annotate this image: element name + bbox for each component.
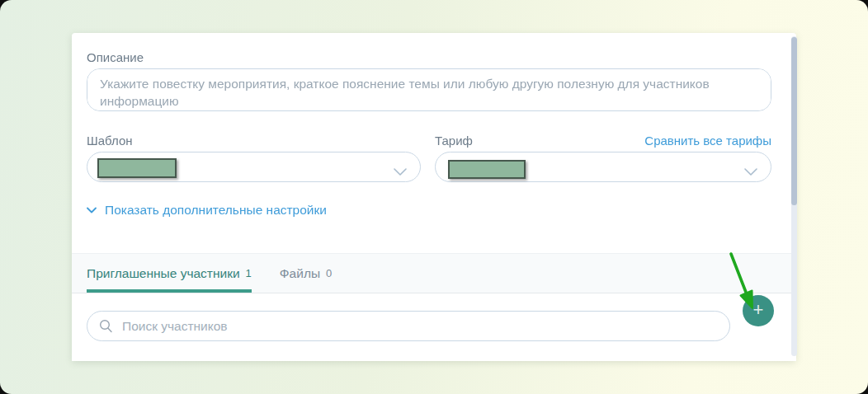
- description-textarea[interactable]: [87, 68, 771, 111]
- description-field-wrap: [87, 68, 771, 111]
- description-label: Описание: [87, 49, 771, 66]
- add-participant-button[interactable]: +: [743, 295, 774, 326]
- tariff-label: Тариф: [435, 133, 473, 149]
- scrollbar-track[interactable]: [791, 36, 797, 356]
- chevron-down-icon: [394, 164, 407, 179]
- tab-invited-participants[interactable]: Приглашенные участники 1: [87, 254, 252, 293]
- tariff-select[interactable]: [435, 152, 771, 182]
- show-advanced-settings-link[interactable]: Показать дополнительные настройки: [87, 203, 327, 218]
- participant-search-box: [87, 311, 730, 341]
- tab-label: Файлы: [280, 266, 320, 281]
- template-label: Шаблон: [87, 133, 133, 149]
- chevron-down-icon: [87, 207, 97, 213]
- tariff-column: Тариф Сравнить все тарифы: [435, 133, 771, 182]
- plus-icon: +: [753, 301, 764, 319]
- tab-label: Приглашенные участники: [87, 266, 240, 281]
- tab-count-badge: 0: [326, 267, 332, 279]
- search-icon: [99, 319, 113, 333]
- template-select[interactable]: [87, 152, 421, 182]
- event-form-card: Описание Шаблон: [72, 33, 796, 361]
- chevron-down-icon: [744, 164, 757, 179]
- redacted-tariff-value: [448, 160, 526, 179]
- tab-count-badge: 1: [246, 267, 252, 279]
- redacted-template-value: [97, 158, 177, 178]
- tab-bar: Приглашенные участники 1 Файлы 0: [72, 253, 796, 293]
- scrollbar-thumb[interactable]: [791, 37, 797, 205]
- search-participants-input[interactable]: [120, 318, 718, 335]
- event-form: Описание Шаблон: [72, 33, 796, 218]
- compare-tariffs-link[interactable]: Сравнить все тарифы: [644, 134, 771, 148]
- template-column: Шаблон: [87, 133, 421, 182]
- participants-panel: [72, 294, 796, 361]
- page-background: Описание Шаблон: [0, 0, 868, 394]
- template-tariff-row: Шаблон Тариф Сравнить все тарифы: [87, 133, 771, 182]
- advanced-settings-label: Показать дополнительные настройки: [105, 203, 327, 218]
- tab-files[interactable]: Файлы 0: [280, 254, 332, 293]
